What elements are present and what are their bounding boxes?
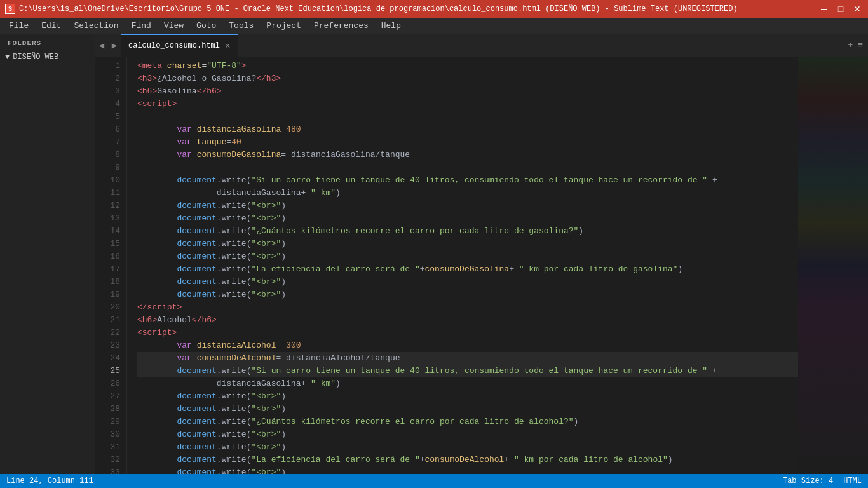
line-col-indicator: Line 24, Column 111 (6, 477, 93, 485)
menu-item-goto[interactable]: Goto (190, 18, 222, 34)
sidebar-item-disenoweb[interactable]: ▼ DISEÑO WEB (0, 51, 95, 64)
status-left: Line 24, Column 111 (6, 477, 93, 485)
code-line-15: document.write("<br>") (137, 238, 798, 250)
code-line-3: <h6>Gasolina</h6> (137, 85, 798, 98)
code-line-19: document.write("<br>") (137, 288, 798, 301)
code-line-22: <script> (137, 327, 798, 339)
menu-item-selection[interactable]: Selection (67, 18, 125, 34)
code-line-32: document.write("La eficiencia del carro … (137, 454, 798, 466)
code-line-14: document.write("¿Cuántos kilómetros reco… (137, 225, 798, 238)
tab-bar: ◀ ▶ calculo_consumo.html ✕ + ≡ (95, 34, 868, 57)
menu-item-preferences[interactable]: Preferences (308, 18, 375, 34)
code-line-2: <h3>¿Alcohol o Gasolina?</h3> (137, 72, 798, 85)
window-controls: ─ □ ✕ (818, 4, 863, 13)
minimap-visual (798, 57, 868, 474)
code-content[interactable]: <meta charset="UTF-8"><h3>¿Alcohol o Gas… (127, 57, 798, 474)
code-line-21: <h6>Alcohol</h6> (137, 314, 798, 327)
code-line-28: document.write("<br>") (137, 403, 798, 416)
editor-area: ◀ ▶ calculo_consumo.html ✕ + ≡ 123456789… (95, 34, 868, 474)
maximize-button[interactable]: □ (835, 4, 846, 13)
code-line-16: document.write("<br>") (137, 250, 798, 263)
folder-arrow-icon: ▼ (5, 53, 10, 62)
tab-options-icon[interactable]: ≡ (858, 41, 863, 50)
menu-item-file[interactable]: File (3, 18, 35, 34)
code-line-18: document.write("<br>") (137, 276, 798, 288)
tab-close-icon[interactable]: ✕ (225, 41, 230, 50)
title-text: C:\Users\is_al\OneDrive\Escritorio\Grupo… (19, 4, 738, 13)
menu-item-find[interactable]: Find (125, 18, 158, 34)
menu-bar: FileEditSelectionFindViewGotoToolsProjec… (0, 18, 868, 34)
menu-item-help[interactable]: Help (375, 18, 407, 34)
title-bar: S C:\Users\is_al\OneDrive\Escritorio\Gru… (0, 0, 868, 18)
app-icon: S (5, 4, 15, 14)
code-line-1: <meta charset="UTF-8"> (137, 60, 798, 72)
main-area: FOLDERS ▼ DISEÑO WEB ◀ ▶ calculo_consumo… (0, 34, 868, 474)
code-container: 1234567891011121314151617181920212223242… (95, 57, 868, 474)
syntax-language[interactable]: HTML (843, 477, 862, 485)
tab-size-indicator[interactable]: Tab Size: 4 (783, 477, 833, 485)
status-bar: Line 24, Column 111 Tab Size: 4 HTML (0, 474, 868, 488)
tab-nav-right[interactable]: ▶ (108, 34, 121, 57)
code-line-30: document.write("<br>") (137, 428, 798, 441)
code-line-7: var tanque=40 (137, 136, 798, 149)
tab-label: calculo_consumo.html (128, 41, 220, 50)
code-line-24: var consumoDeAlcohol= distanciaAlcohol/t… (137, 352, 798, 365)
minimize-button[interactable]: ─ (818, 4, 830, 13)
code-line-26: distanciaGasolina+ " km") (137, 377, 798, 390)
code-line-27: document.write("<br>") (137, 390, 798, 403)
menu-item-project[interactable]: Project (260, 18, 308, 34)
code-line-29: document.write("¿Cuántos kilómetros reco… (137, 416, 798, 428)
status-right: Tab Size: 4 HTML (783, 477, 862, 485)
title-bar-left: S C:\Users\is_al\OneDrive\Escritorio\Gru… (5, 4, 738, 14)
code-line-9 (137, 161, 798, 174)
code-line-11: distanciaGasolina+ " km") (137, 187, 798, 200)
menu-item-edit[interactable]: Edit (35, 18, 67, 34)
line-numbers: 1234567891011121314151617181920212223242… (95, 57, 127, 474)
code-line-17: document.write("La eficiencia del carro … (137, 263, 798, 276)
code-line-23: var distanciaAlcohol= 300 (137, 339, 798, 352)
code-line-8: var consumoDeGasolina= distanciaGasolina… (137, 149, 798, 161)
tab-actions: + ≡ (843, 34, 868, 57)
code-line-4: <script> (137, 98, 798, 111)
tab-calculo-consumo[interactable]: calculo_consumo.html ✕ (121, 34, 238, 57)
code-line-5 (137, 111, 798, 123)
folder-name: DISEÑO WEB (13, 53, 58, 62)
code-line-10: document.write("Si un carro tiene un tan… (137, 174, 798, 187)
tab-nav-left[interactable]: ◀ (95, 34, 108, 57)
menu-item-view[interactable]: View (158, 18, 190, 34)
menu-item-tools[interactable]: Tools (222, 18, 260, 34)
code-line-12: document.write("<br>") (137, 200, 798, 212)
code-line-33: document.write("<br>") (137, 466, 798, 474)
sidebar-title: FOLDERS (0, 34, 95, 51)
sidebar: FOLDERS ▼ DISEÑO WEB (0, 34, 95, 474)
code-line-25: document.write("Si un carro tiene un tan… (137, 365, 798, 377)
minimap (798, 57, 868, 474)
code-line-13: document.write("<br>") (137, 212, 798, 225)
new-tab-icon[interactable]: + (848, 41, 853, 50)
close-button[interactable]: ✕ (851, 4, 863, 13)
code-line-20: </script> (137, 301, 798, 314)
code-line-31: document.write("<br>") (137, 441, 798, 454)
tab-spacer (238, 34, 843, 57)
code-line-6: var distanciaGasolina=480 (137, 123, 798, 136)
